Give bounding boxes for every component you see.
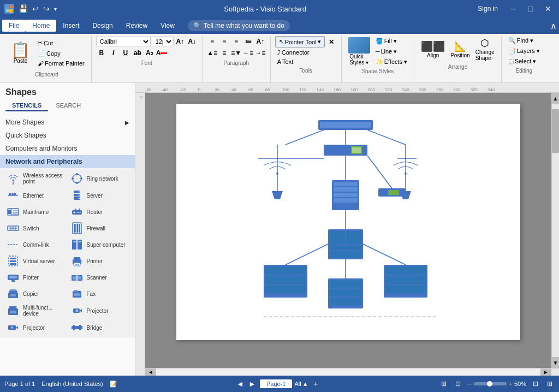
align-bottom-button[interactable]: ≡▼ — [231, 47, 242, 58]
select-button[interactable]: ⬚ Select ▾ — [506, 57, 542, 66]
language-icon[interactable]: 📝 — [110, 381, 117, 388]
all-arrow[interactable]: ▲ — [302, 381, 308, 387]
canvas-scroll[interactable] — [145, 93, 551, 368]
zoom-slider[interactable] — [474, 382, 507, 385]
shape-switch[interactable]: Switch — [4, 221, 67, 236]
shape-fax[interactable]: Fax — [68, 286, 131, 301]
underline-button[interactable]: U — [120, 47, 131, 58]
shape-supercomputer[interactable]: Super computer — [68, 237, 131, 252]
quick-styles-button[interactable]: QuickStyles ▾ — [346, 36, 372, 67]
horizontal-scrollbar[interactable]: ◄ ► — [145, 368, 559, 376]
increase-indent-button[interactable]: A↑ — [255, 36, 266, 47]
tell-me-input[interactable]: 🔍 Tell me what you want to do — [188, 20, 290, 31]
align-right-button[interactable]: ≡ — [231, 36, 242, 47]
ribbon-collapse[interactable]: ∧ — [550, 21, 557, 31]
add-page-button[interactable]: + — [311, 378, 322, 389]
zoom-out-button[interactable]: ─ — [467, 381, 472, 387]
tab-right-button[interactable]: ► — [247, 378, 258, 389]
font-size-select[interactable]: 12pt. — [152, 37, 174, 46]
menu-home[interactable]: Home — [26, 20, 56, 32]
shape-printer[interactable]: Printer — [68, 253, 131, 269]
find-button[interactable]: 🔍 Find ▾ — [506, 36, 542, 45]
decrease-indent-button[interactable]: ←≡ — [243, 47, 254, 58]
hscroll-left[interactable]: ◄ — [145, 369, 156, 376]
tab-left-button[interactable]: ◄ — [235, 378, 246, 389]
para-more-button[interactable]: →≡ — [255, 47, 266, 58]
font-color-button[interactable]: A — [156, 47, 167, 58]
undo-btn[interactable]: ↩ — [32, 4, 39, 13]
category-more-shapes[interactable]: More Shapes ▶ — [0, 116, 135, 129]
align-button[interactable]: ⬛⬛ Align — [419, 39, 447, 60]
tools-close[interactable]: ✕ — [326, 37, 337, 47]
shape-firewall[interactable]: Firewall — [68, 221, 131, 236]
shape-server[interactable]: Server — [68, 188, 131, 203]
effects-button[interactable]: ✨ Effects ▾ — [373, 57, 409, 67]
minimize-button[interactable]: ─ — [507, 2, 520, 15]
subscript-button[interactable]: A₂ — [144, 47, 155, 58]
tab-search[interactable]: SEARCH — [49, 100, 87, 111]
paste-button[interactable]: 📋 Paste — [7, 36, 34, 70]
zoom-in-button[interactable]: + — [509, 381, 512, 387]
category-quick-shapes[interactable]: Quick Shapes — [0, 129, 135, 142]
vertical-scrollbar[interactable]: ▲ ▼ — [551, 93, 559, 368]
category-computers-monitors[interactable]: Computers and Monitors — [0, 142, 135, 155]
shape-comm-link[interactable]: Comm-link — [4, 237, 67, 252]
shape-multifunct[interactable]: Multi-funct... device — [4, 302, 67, 319]
shape-copier[interactable]: Copier — [4, 286, 67, 301]
shape-ethernet[interactable]: Ethernet — [4, 188, 67, 203]
font-grow-button[interactable]: A↑ — [175, 36, 186, 47]
line-button[interactable]: ─ Line ▾ — [373, 47, 409, 56]
shape-bridge[interactable]: Bridge — [68, 320, 131, 335]
strikethrough-button[interactable]: ab — [132, 47, 143, 58]
restore-button[interactable]: □ — [524, 2, 537, 15]
cut-button[interactable]: ✂ Cut — [35, 38, 87, 47]
position-button[interactable]: 📐 Position — [448, 39, 472, 60]
tab-stencils[interactable]: STENCILS — [5, 100, 48, 111]
close-button[interactable]: ✕ — [542, 2, 555, 15]
vscroll-thumb[interactable] — [552, 109, 559, 153]
shape-ring-network[interactable]: Ring network — [68, 170, 131, 187]
menu-insert[interactable]: Insert — [56, 20, 86, 32]
align-top-button[interactable]: ▲≡ — [207, 47, 218, 58]
fit-view-button[interactable]: ⊡ — [531, 379, 540, 389]
redo-btn[interactable]: ↪ — [43, 4, 50, 13]
shape-mainframe[interactable]: Mainframe — [4, 204, 67, 219]
font-shrink-button[interactable]: A↓ — [187, 36, 198, 47]
hscroll-right[interactable]: ► — [540, 369, 551, 376]
font-name-select[interactable]: Calibri — [96, 37, 151, 46]
shape-scanner[interactable]: Scanner — [68, 270, 131, 285]
quick-save[interactable]: 💾 — [19, 4, 28, 13]
shape-plotter[interactable]: Plotter — [4, 270, 67, 285]
shape-virtual-server[interactable]: Virtual server — [4, 253, 67, 269]
change-shape-button[interactable]: ⬡ ChangeShape — [473, 36, 497, 62]
fill-button[interactable]: 🪣 Fill ▾ — [373, 37, 409, 46]
zoom-thumb[interactable] — [487, 381, 492, 387]
page-break-button[interactable]: ⊞ — [545, 379, 555, 389]
text-button[interactable]: A Text — [275, 57, 296, 66]
menu-view[interactable]: View — [154, 20, 181, 32]
shape-projector2[interactable]: Projector — [4, 320, 67, 335]
full-screen-button[interactable]: ⊡ — [453, 379, 463, 389]
align-middle-button[interactable]: ≡ — [219, 47, 230, 58]
menu-review[interactable]: Review — [120, 20, 154, 32]
format-painter-button[interactable]: 🖌 Format Painter — [35, 59, 87, 68]
connector-button[interactable]: ⤴ Connector — [275, 48, 312, 57]
italic-button[interactable]: I — [108, 47, 119, 58]
page-tab-1[interactable]: Page-1 — [260, 379, 292, 388]
vscroll-down[interactable]: ▼ — [552, 357, 559, 368]
all-label[interactable]: All — [294, 381, 301, 387]
bullets-button[interactable]: ≔ — [243, 36, 254, 47]
signin-button[interactable]: Sign in — [473, 4, 502, 14]
layers-button[interactable]: 📑 Layers ▾ — [506, 46, 542, 56]
vscroll-up[interactable]: ▲ — [552, 93, 559, 104]
align-left-button[interactable]: ≡ — [207, 36, 218, 47]
bold-button[interactable]: B — [96, 47, 107, 58]
shape-wireless-access[interactable]: Wireless access point — [4, 170, 67, 187]
align-center-button[interactable]: ≡ — [219, 36, 230, 47]
shape-projector[interactable]: Projector — [68, 302, 131, 319]
pointer-tool-button[interactable]: ↖ Pointer Tool ▾ — [275, 36, 325, 47]
copy-button[interactable]: 📄 Copy — [35, 49, 87, 58]
shape-router[interactable]: Router — [68, 204, 131, 219]
menu-design[interactable]: Design — [86, 20, 119, 32]
vscroll-track[interactable] — [552, 104, 559, 357]
